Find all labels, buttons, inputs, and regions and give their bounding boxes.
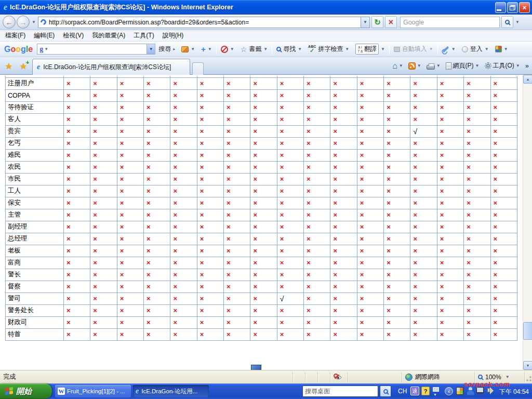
dropdown-icon[interactable]: ▼	[436, 63, 441, 68]
zoom-dropdown-icon[interactable]: ▼	[506, 375, 510, 379]
dropdown-icon[interactable]: ▼	[451, 47, 456, 51]
ime-dropdown-icon[interactable]: ▼	[433, 393, 437, 396]
gbar-search-button[interactable]: 搜尋▸	[155, 45, 178, 54]
desktop-search-box[interactable]	[302, 385, 378, 397]
print-button[interactable]: ▼	[424, 62, 443, 70]
task-button-ie[interactable]: e IcE.DraGon-论坛用...	[133, 385, 209, 397]
dropdown-icon[interactable]: ▼	[485, 47, 489, 51]
toolbar-overflow-button[interactable]: »	[523, 62, 531, 70]
cross-icon: ×	[413, 271, 417, 278]
gbar-popup-blocker-button[interactable]: ▼	[218, 46, 237, 53]
gbar-signin-button[interactable]: 登入▼	[459, 45, 492, 54]
gbar-photos-button[interactable]: ▼	[178, 46, 198, 52]
language-indicator[interactable]: CH	[398, 388, 407, 395]
close-button[interactable]: ×	[519, 2, 530, 13]
cross-mark-cell: ×	[277, 125, 303, 137]
url-field[interactable]	[38, 17, 361, 28]
gbar-settings-button[interactable]: ▼	[439, 47, 459, 51]
cross-icon: ×	[66, 223, 71, 231]
menu-favorites[interactable]: 我的最愛(A)	[88, 30, 129, 41]
tab-active[interactable]: e IcE.DraGon-论坛用户组权限查询[索沛CS论坛]	[32, 59, 190, 75]
scroll-down-button[interactable]: ▼	[523, 361, 532, 370]
favorites-center-button[interactable]: ★	[2, 60, 16, 72]
dropdown-icon[interactable]: ▼	[504, 47, 508, 51]
combo-dropdown-button[interactable]: ▼	[147, 44, 155, 54]
cross-icon: ×	[360, 271, 364, 278]
table-row: 难民×××××××××××××××××	[6, 149, 517, 161]
menu-tools[interactable]: 工具(T)	[129, 30, 158, 41]
gbar-bookmarks-button[interactable]: ☆書籤▼	[237, 45, 271, 54]
dropdown-icon[interactable]: ▼	[399, 63, 403, 68]
forward-button[interactable]: →	[17, 16, 30, 29]
dropdown-icon[interactable]: ▼	[345, 47, 349, 51]
new-tab-button[interactable]	[192, 62, 204, 75]
home-button[interactable]: ⌂▼	[390, 61, 405, 71]
desktop-search-input[interactable]	[305, 388, 376, 395]
resize-grip[interactable]	[525, 372, 532, 382]
desktop-search-button[interactable]	[380, 385, 391, 397]
google-search-combo[interactable]: g ▼ ▼	[37, 44, 155, 55]
gear-icon	[485, 62, 491, 69]
page-menu-button[interactable]: 網頁(P)▼	[444, 61, 482, 70]
menu-edit[interactable]: 編輯(E)	[30, 30, 59, 41]
back-button[interactable]: ←	[3, 16, 16, 29]
refresh-button[interactable]: ↻	[371, 16, 383, 28]
cross-mark-cell: ×	[144, 77, 170, 89]
gbar-find-button[interactable]: 尋找▼	[273, 45, 305, 54]
url-dropdown-button[interactable]: ▼	[361, 17, 370, 28]
search-go-button[interactable]	[501, 16, 513, 28]
add-favorite-button[interactable]: ★	[17, 60, 30, 72]
g-dropdown-icon[interactable]: ▼	[44, 47, 48, 51]
menu-help[interactable]: 說明(H)	[158, 30, 188, 41]
cross-icon: ×	[494, 151, 498, 159]
toolbar-search-box[interactable]	[400, 17, 500, 28]
search-options-dropdown-icon[interactable]: ▼	[515, 20, 520, 24]
cross-icon: ×	[147, 318, 151, 326]
gbar-add-button[interactable]: +▼	[198, 45, 215, 54]
dropdown-icon[interactable]: ▼	[516, 63, 520, 68]
tools-menu-button[interactable]: 工具(O)▼	[483, 61, 522, 70]
menu-view[interactable]: 檢視(V)	[59, 30, 88, 41]
dropdown-icon[interactable]: ▼	[381, 47, 385, 51]
cross-mark-cell: ×	[197, 113, 223, 125]
tray-volume-icon[interactable]	[487, 388, 490, 392]
ime-toolbar-icon[interactable]	[433, 387, 439, 392]
vertical-scrollbar[interactable]: ▲ ▼	[523, 75, 532, 370]
history-dropdown-icon[interactable]: ▼	[32, 20, 36, 24]
dropdown-icon[interactable]: ▼	[298, 47, 302, 51]
url-input[interactable]	[49, 19, 358, 26]
dropdown-icon[interactable]: ▼	[208, 47, 212, 51]
start-button[interactable]: 開始	[0, 383, 52, 399]
dropdown-icon[interactable]: ▼	[417, 63, 421, 68]
cross-icon: ×	[387, 318, 391, 326]
cross-mark-cell: ×	[437, 209, 463, 221]
gbar-spellcheck-button[interactable]: ABC✓拼字檢查▼	[305, 45, 352, 54]
toolbar-search-input[interactable]	[403, 19, 497, 26]
menu-file[interactable]: 檔案(F)	[1, 30, 30, 41]
cross-icon: ×	[280, 103, 284, 111]
tray-utility-icon[interactable]	[456, 387, 463, 395]
scrollbar-thumb[interactable]	[523, 322, 532, 340]
gbar-translate-button[interactable]: a í7 ä翻譯▼	[352, 44, 388, 55]
cross-icon: ×	[227, 295, 231, 302]
ime-badge[interactable]: 速	[410, 387, 419, 395]
dropdown-icon[interactable]: ▼	[475, 63, 480, 68]
cross-mark-cell: ×	[90, 113, 117, 125]
dropdown-icon[interactable]: ▼	[191, 47, 195, 51]
dropdown-icon[interactable]: ▼	[263, 47, 268, 51]
gbar-extras-button[interactable]: ▼	[492, 46, 511, 52]
stop-button[interactable]: ×	[385, 16, 397, 28]
tray-collapse-button[interactable]: ‹	[445, 387, 453, 395]
popup-blocker-panel[interactable]	[330, 372, 348, 382]
ime-help-button[interactable]: ?	[421, 387, 430, 395]
minimize-button[interactable]	[495, 2, 506, 13]
restore-button[interactable]	[507, 2, 518, 13]
cross-icon: ×	[467, 259, 471, 267]
task-button-word[interactable]: W Fruit_Picking[1][2] - ...	[55, 385, 131, 397]
cross-mark-cell: ×	[437, 149, 463, 161]
feeds-button[interactable]: ▼	[406, 62, 423, 70]
cross-mark-cell: ×	[144, 233, 170, 245]
dropdown-icon[interactable]: ▼	[230, 47, 234, 51]
scroll-up-button[interactable]: ▲	[523, 75, 532, 84]
page-bottom-image[interactable]	[251, 365, 261, 370]
